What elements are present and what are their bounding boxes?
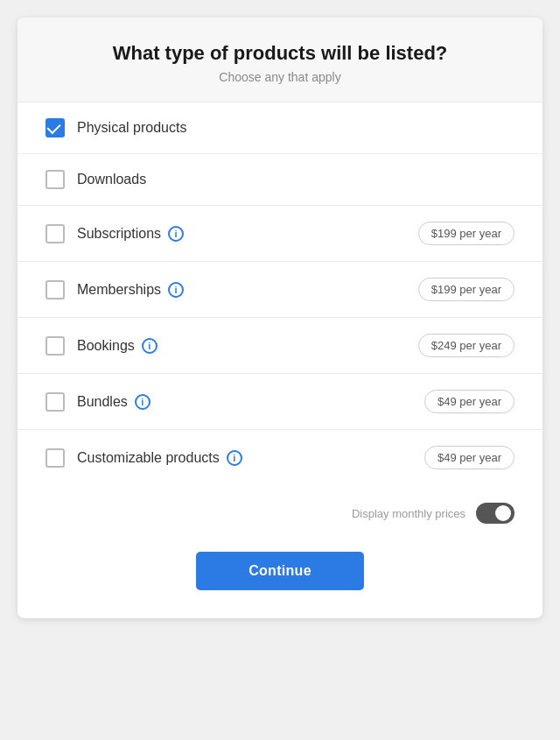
option-left-customizable: Customizable productsi <box>46 448 242 468</box>
option-label-physical: Physical products <box>77 120 186 136</box>
checkbox-bundles[interactable] <box>46 392 65 412</box>
option-left-physical: Physical products <box>46 118 186 137</box>
info-icon-bookings[interactable]: i <box>142 338 158 354</box>
option-label-bookings: Bookingsi <box>77 338 158 354</box>
info-icon-subscriptions[interactable]: i <box>168 226 184 242</box>
price-badge-customizable: $49 per year <box>424 446 514 469</box>
option-label-memberships: Membershipsi <box>77 282 184 298</box>
monthly-prices-toggle[interactable] <box>476 503 514 524</box>
option-row-bookings[interactable]: Bookingsi$249 per year <box>18 318 542 374</box>
checkbox-memberships[interactable] <box>46 280 65 300</box>
continue-button[interactable]: Continue <box>196 552 364 590</box>
price-badge-bundles: $49 per year <box>424 390 514 413</box>
option-row-physical[interactable]: Physical products <box>18 102 542 154</box>
checkbox-physical[interactable] <box>46 118 65 137</box>
option-left-bookings: Bookingsi <box>46 336 158 356</box>
option-row-memberships[interactable]: Membershipsi$199 per year <box>18 262 542 318</box>
info-icon-memberships[interactable]: i <box>168 282 184 298</box>
checkbox-customizable[interactable] <box>46 448 65 468</box>
price-badge-bookings: $249 per year <box>418 334 514 357</box>
option-label-subscriptions: Subscriptionsi <box>77 226 184 242</box>
toggle-label: Display monthly prices <box>352 507 466 520</box>
option-label-downloads: Downloads <box>77 172 146 187</box>
option-row-subscriptions[interactable]: Subscriptionsi$199 per year <box>18 206 542 262</box>
checkbox-downloads[interactable] <box>46 170 65 189</box>
option-row-downloads[interactable]: Downloads <box>18 154 542 206</box>
option-label-customizable: Customizable productsi <box>77 450 242 466</box>
page-subtitle: Choose any that apply <box>52 70 508 84</box>
page-title: What type of products will be listed? <box>52 42 508 65</box>
checkbox-bookings[interactable] <box>46 336 65 356</box>
option-left-downloads: Downloads <box>46 170 146 189</box>
display-toggle-row: Display monthly prices <box>18 485 542 538</box>
option-left-bundles: Bundlesi <box>46 392 150 412</box>
info-icon-bundles[interactable]: i <box>135 394 150 410</box>
info-icon-customizable[interactable]: i <box>227 450 242 466</box>
option-row-customizable[interactable]: Customizable productsi$49 per year <box>18 430 542 485</box>
price-badge-memberships: $199 per year <box>418 278 514 301</box>
option-left-memberships: Membershipsi <box>46 280 184 300</box>
option-label-bundles: Bundlesi <box>77 394 150 410</box>
continue-section: Continue <box>18 538 542 618</box>
options-list: Physical productsDownloadsSubscriptionsi… <box>18 102 542 485</box>
option-left-subscriptions: Subscriptionsi <box>46 224 184 243</box>
product-type-card: What type of products will be listed? Ch… <box>18 18 542 618</box>
price-badge-subscriptions: $199 per year <box>418 222 514 245</box>
option-row-bundles[interactable]: Bundlesi$49 per year <box>18 374 542 430</box>
card-header: What type of products will be listed? Ch… <box>18 18 542 102</box>
checkbox-subscriptions[interactable] <box>46 224 65 243</box>
